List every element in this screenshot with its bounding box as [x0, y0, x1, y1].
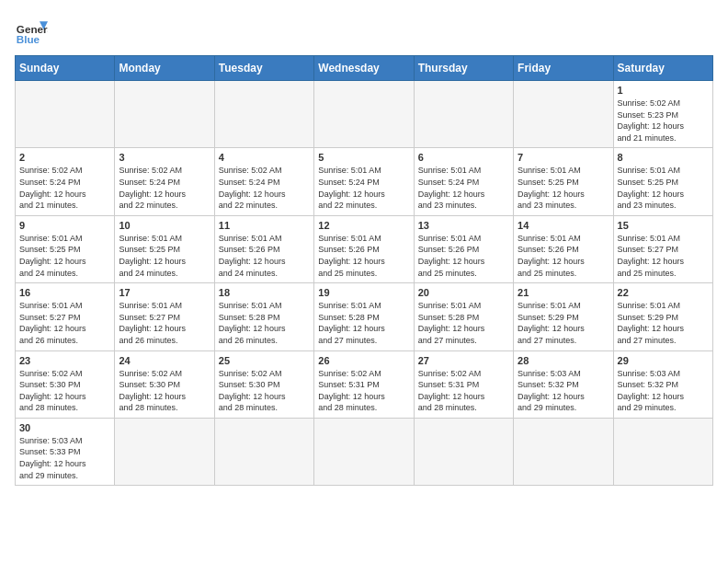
day-number: 30 — [19, 422, 110, 433]
calendar-cell — [514, 81, 613, 148]
day-info: Sunrise: 5:01 AM Sunset: 5:25 PM Dayligh… — [518, 165, 609, 211]
calendar-cell: 28Sunrise: 5:03 AM Sunset: 5:32 PM Dayli… — [514, 350, 613, 418]
calendar-cell: 2Sunrise: 5:02 AM Sunset: 5:24 PM Daylig… — [16, 148, 115, 215]
calendar-cell: 18Sunrise: 5:01 AM Sunset: 5:28 PM Dayli… — [214, 283, 313, 350]
day-number: 22 — [618, 287, 709, 298]
day-info: Sunrise: 5:01 AM Sunset: 5:28 PM Dayligh… — [219, 300, 310, 346]
calendar-cell: 11Sunrise: 5:01 AM Sunset: 5:26 PM Dayli… — [214, 215, 313, 282]
calendar-cell — [115, 81, 214, 148]
day-info: Sunrise: 5:02 AM Sunset: 5:24 PM Dayligh… — [19, 165, 110, 211]
calendar-cell: 6Sunrise: 5:01 AM Sunset: 5:24 PM Daylig… — [414, 148, 513, 215]
calendar-cell: 17Sunrise: 5:01 AM Sunset: 5:27 PM Dayli… — [115, 283, 214, 350]
day-number: 24 — [119, 355, 210, 366]
day-info: Sunrise: 5:01 AM Sunset: 5:29 PM Dayligh… — [618, 300, 709, 346]
day-info: Sunrise: 5:01 AM Sunset: 5:24 PM Dayligh… — [418, 165, 509, 211]
day-info: Sunrise: 5:02 AM Sunset: 5:23 PM Dayligh… — [618, 98, 709, 144]
calendar-cell: 5Sunrise: 5:01 AM Sunset: 5:24 PM Daylig… — [314, 148, 414, 215]
day-number: 13 — [418, 220, 509, 231]
calendar-cell: 3Sunrise: 5:02 AM Sunset: 5:24 PM Daylig… — [115, 148, 214, 215]
day-number: 29 — [618, 355, 709, 366]
day-number: 6 — [418, 152, 509, 163]
day-number: 4 — [219, 152, 310, 163]
calendar-cell: 13Sunrise: 5:01 AM Sunset: 5:26 PM Dayli… — [414, 215, 513, 282]
calendar-cell: 16Sunrise: 5:01 AM Sunset: 5:27 PM Dayli… — [16, 283, 115, 350]
calendar-cell — [414, 418, 513, 485]
calendar-cell: 10Sunrise: 5:01 AM Sunset: 5:25 PM Dayli… — [115, 215, 214, 282]
day-number: 14 — [518, 220, 609, 231]
day-info: Sunrise: 5:03 AM Sunset: 5:33 PM Dayligh… — [19, 435, 110, 481]
day-info: Sunrise: 5:02 AM Sunset: 5:24 PM Dayligh… — [219, 165, 310, 211]
calendar-cell — [115, 418, 214, 485]
day-info: Sunrise: 5:01 AM Sunset: 5:26 PM Dayligh… — [518, 233, 609, 279]
calendar-cell — [16, 81, 115, 148]
day-number: 19 — [318, 287, 409, 298]
calendar-cell: 4Sunrise: 5:02 AM Sunset: 5:24 PM Daylig… — [214, 148, 313, 215]
calendar-week-3: 9Sunrise: 5:01 AM Sunset: 5:25 PM Daylig… — [16, 215, 713, 282]
calendar-cell: 15Sunrise: 5:01 AM Sunset: 5:27 PM Dayli… — [613, 215, 712, 282]
day-number: 25 — [219, 355, 310, 366]
day-info: Sunrise: 5:02 AM Sunset: 5:30 PM Dayligh… — [19, 368, 110, 414]
calendar-cell — [214, 81, 313, 148]
weekday-tuesday: Tuesday — [214, 56, 313, 81]
day-number: 26 — [318, 355, 409, 366]
day-info: Sunrise: 5:01 AM Sunset: 5:28 PM Dayligh… — [318, 300, 409, 346]
day-number: 16 — [19, 287, 110, 298]
day-info: Sunrise: 5:01 AM Sunset: 5:25 PM Dayligh… — [19, 233, 110, 279]
day-number: 23 — [19, 355, 110, 366]
day-info: Sunrise: 5:01 AM Sunset: 5:25 PM Dayligh… — [119, 233, 210, 279]
day-info: Sunrise: 5:03 AM Sunset: 5:32 PM Dayligh… — [618, 368, 709, 414]
day-info: Sunrise: 5:01 AM Sunset: 5:24 PM Dayligh… — [318, 165, 409, 211]
logo: General Blue — [15, 15, 48, 48]
calendar-week-2: 2Sunrise: 5:02 AM Sunset: 5:24 PM Daylig… — [16, 148, 713, 215]
calendar-week-1: 1Sunrise: 5:02 AM Sunset: 5:23 PM Daylig… — [16, 81, 713, 148]
calendar-cell — [613, 418, 712, 485]
calendar-week-6: 30Sunrise: 5:03 AM Sunset: 5:33 PM Dayli… — [16, 418, 713, 485]
calendar-cell: 19Sunrise: 5:01 AM Sunset: 5:28 PM Dayli… — [314, 283, 414, 350]
calendar-cell: 20Sunrise: 5:01 AM Sunset: 5:28 PM Dayli… — [414, 283, 513, 350]
calendar-week-5: 23Sunrise: 5:02 AM Sunset: 5:30 PM Dayli… — [16, 350, 713, 418]
day-number: 1 — [618, 85, 709, 96]
calendar-cell: 30Sunrise: 5:03 AM Sunset: 5:33 PM Dayli… — [16, 418, 115, 485]
calendar-cell: 9Sunrise: 5:01 AM Sunset: 5:25 PM Daylig… — [16, 215, 115, 282]
day-info: Sunrise: 5:01 AM Sunset: 5:28 PM Dayligh… — [418, 300, 509, 346]
day-number: 17 — [119, 287, 210, 298]
day-number: 8 — [618, 152, 709, 163]
day-number: 21 — [518, 287, 609, 298]
calendar-cell — [314, 81, 414, 148]
calendar-cell — [414, 81, 513, 148]
day-info: Sunrise: 5:01 AM Sunset: 5:27 PM Dayligh… — [618, 233, 709, 279]
calendar-cell: 26Sunrise: 5:02 AM Sunset: 5:31 PM Dayli… — [314, 350, 414, 418]
weekday-friday: Friday — [514, 56, 613, 81]
calendar-cell — [214, 418, 313, 485]
day-info: Sunrise: 5:01 AM Sunset: 5:26 PM Dayligh… — [219, 233, 310, 279]
page-header: General Blue — [15, 15, 713, 48]
day-info: Sunrise: 5:02 AM Sunset: 5:31 PM Dayligh… — [418, 368, 509, 414]
day-number: 12 — [318, 220, 409, 231]
calendar-cell: 27Sunrise: 5:02 AM Sunset: 5:31 PM Dayli… — [414, 350, 513, 418]
weekday-wednesday: Wednesday — [314, 56, 414, 81]
day-info: Sunrise: 5:02 AM Sunset: 5:24 PM Dayligh… — [119, 165, 210, 211]
weekday-thursday: Thursday — [414, 56, 513, 81]
day-number: 20 — [418, 287, 509, 298]
calendar-cell: 29Sunrise: 5:03 AM Sunset: 5:32 PM Dayli… — [613, 350, 712, 418]
calendar-cell: 21Sunrise: 5:01 AM Sunset: 5:29 PM Dayli… — [514, 283, 613, 350]
calendar-cell — [314, 418, 414, 485]
day-number: 5 — [318, 152, 409, 163]
day-number: 3 — [119, 152, 210, 163]
day-info: Sunrise: 5:01 AM Sunset: 5:25 PM Dayligh… — [618, 165, 709, 211]
day-info: Sunrise: 5:01 AM Sunset: 5:27 PM Dayligh… — [19, 300, 110, 346]
weekday-header-row: SundayMondayTuesdayWednesdayThursdayFrid… — [16, 56, 713, 81]
calendar-cell: 1Sunrise: 5:02 AM Sunset: 5:23 PM Daylig… — [613, 81, 712, 148]
day-number: 9 — [19, 220, 110, 231]
calendar-cell: 12Sunrise: 5:01 AM Sunset: 5:26 PM Dayli… — [314, 215, 414, 282]
day-number: 7 — [518, 152, 609, 163]
calendar-table: SundayMondayTuesdayWednesdayThursdayFrid… — [15, 55, 713, 486]
day-number: 10 — [119, 220, 210, 231]
calendar-cell: 22Sunrise: 5:01 AM Sunset: 5:29 PM Dayli… — [613, 283, 712, 350]
calendar-cell — [514, 418, 613, 485]
calendar-cell: 25Sunrise: 5:02 AM Sunset: 5:30 PM Dayli… — [214, 350, 313, 418]
day-info: Sunrise: 5:02 AM Sunset: 5:30 PM Dayligh… — [119, 368, 210, 414]
calendar-cell: 14Sunrise: 5:01 AM Sunset: 5:26 PM Dayli… — [514, 215, 613, 282]
day-number: 2 — [19, 152, 110, 163]
day-info: Sunrise: 5:01 AM Sunset: 5:27 PM Dayligh… — [119, 300, 210, 346]
